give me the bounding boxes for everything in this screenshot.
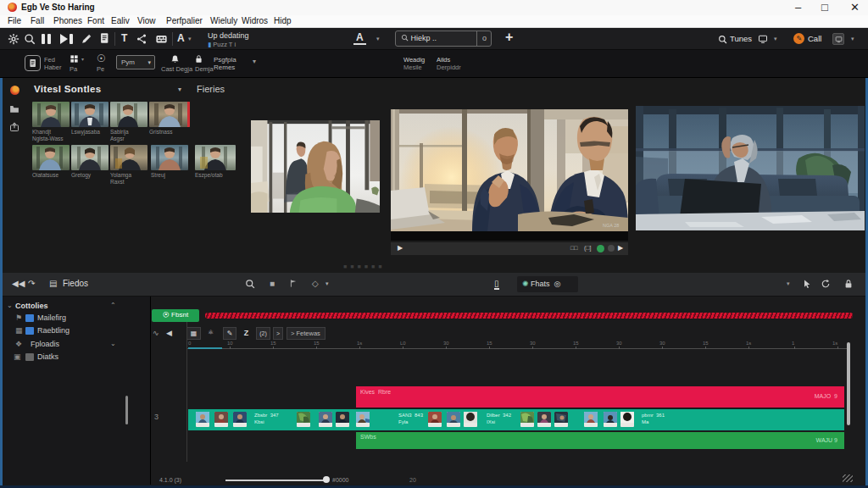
svg-text:NGA 28: NGA 28 bbox=[603, 223, 619, 228]
